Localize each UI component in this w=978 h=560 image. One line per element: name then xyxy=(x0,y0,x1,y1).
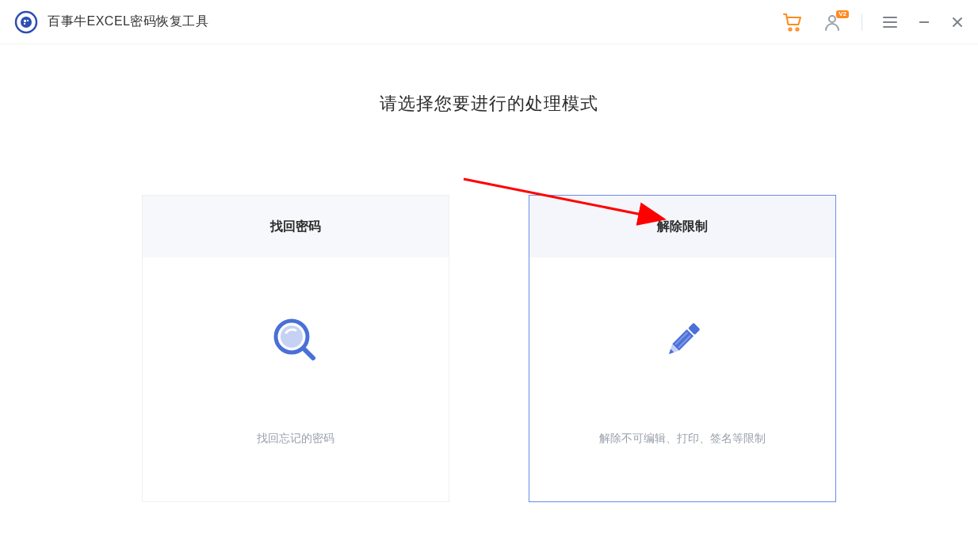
svg-rect-4 xyxy=(24,23,25,25)
user-icon[interactable]: V2 xyxy=(823,13,841,31)
card-remove-desc: 解除不可编辑、打印、签名等限制 xyxy=(599,432,766,446)
card-recover-desc: 找回忘记的密码 xyxy=(257,432,334,446)
pencil-icon xyxy=(657,313,708,368)
menu-icon[interactable] xyxy=(883,17,897,28)
svg-point-6 xyxy=(796,28,798,30)
cart-icon[interactable] xyxy=(782,13,803,32)
svg-point-5 xyxy=(789,28,791,30)
page-heading: 请选择您要进行的处理模式 xyxy=(0,92,978,116)
card-remove-body: 解除不可编辑、打印、签名等限制 xyxy=(529,257,835,501)
svg-rect-3 xyxy=(27,20,29,21)
card-recover-body: 找回忘记的密码 xyxy=(143,257,449,501)
minimize-icon[interactable] xyxy=(918,16,930,29)
titlebar-divider xyxy=(861,13,862,31)
card-remove-title: 解除限制 xyxy=(529,196,835,257)
titlebar-actions: V2 xyxy=(782,13,964,32)
main-content: 请选择您要进行的处理模式 找回密码 找回忘记的密码 解除限制 xyxy=(0,44,978,502)
magnifier-icon xyxy=(270,313,321,368)
svg-line-16 xyxy=(304,349,313,358)
close-icon[interactable] xyxy=(951,16,964,29)
svg-rect-2 xyxy=(24,20,26,22)
svg-point-7 xyxy=(829,16,835,22)
card-recover-title: 找回密码 xyxy=(143,196,449,257)
titlebar: 百事牛EXCEL密码恢复工具 V2 xyxy=(0,0,978,44)
card-remove-restriction[interactable]: 解除限制 解除不可编辑、打印、签名等限制 xyxy=(529,195,836,502)
card-recover-password[interactable]: 找回密码 找回忘记的密码 xyxy=(142,195,449,502)
app-title: 百事牛EXCEL密码恢复工具 xyxy=(48,13,208,30)
app-logo-icon xyxy=(14,10,38,34)
user-badge: V2 xyxy=(836,10,849,18)
mode-cards: 找回密码 找回忘记的密码 解除限制 xyxy=(0,195,978,502)
